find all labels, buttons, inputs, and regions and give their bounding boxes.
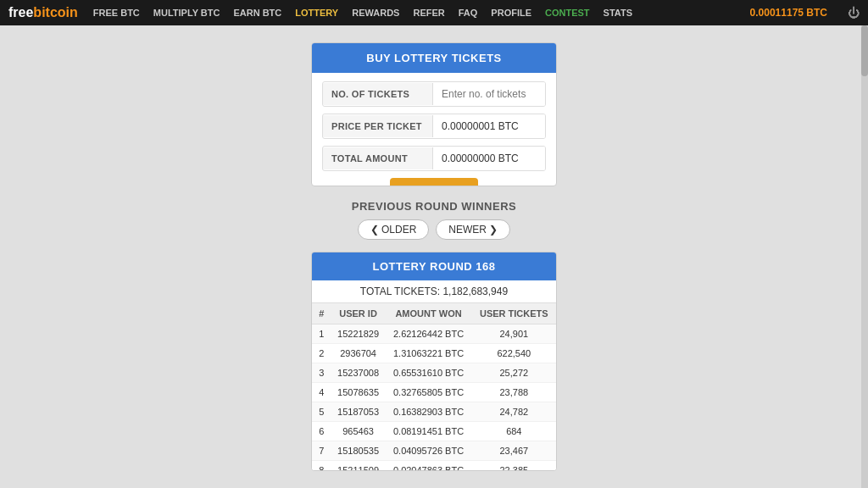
- scrollbar-thumb[interactable]: [861, 25, 868, 76]
- table-row: 8 15211509 0.02047863 BTC 22,385: [312, 460, 556, 471]
- cell-amount-won: 0.04095726 BTC: [385, 441, 471, 460]
- nav-faq[interactable]: FAQ: [459, 8, 478, 18]
- nav-free-btc[interactable]: FREE BTC: [93, 8, 140, 18]
- cell-user-tickets: 22,385: [472, 460, 556, 471]
- cell-rank: 8: [312, 460, 331, 471]
- price-per-ticket-value: 0.00000001 BTC: [433, 114, 545, 138]
- cell-rank: 1: [312, 324, 331, 343]
- total-amount-value: 0.00000000 BTC: [433, 147, 545, 170]
- nav-refer[interactable]: REFER: [413, 8, 444, 18]
- brand-logo: freebitcoin: [8, 5, 78, 20]
- cell-user-id: 2936704: [331, 343, 386, 363]
- cell-user-id: 15211509: [331, 460, 386, 471]
- total-amount-label: TOTAL AMOUNT: [323, 147, 433, 169]
- cell-rank: 4: [312, 382, 331, 402]
- cell-user-id: 965463: [331, 421, 386, 441]
- cell-amount-won: 0.65531610 BTC: [385, 363, 471, 382]
- col-amount-won: AMOUNT WON: [385, 303, 471, 324]
- cell-user-id: 15078635: [331, 382, 386, 402]
- table-row: 1 15221829 2.62126442 BTC 24,901: [312, 324, 556, 343]
- pagination: ❮ OLDER NEWER ❯: [358, 219, 511, 240]
- cell-rank: 7: [312, 441, 331, 460]
- num-tickets-input[interactable]: [433, 82, 546, 106]
- cell-user-id: 15187053: [331, 402, 386, 421]
- scrollbar[interactable]: [861, 25, 868, 488]
- cell-user-tickets: 24,901: [472, 324, 556, 343]
- total-amount-row: TOTAL AMOUNT 0.00000000 BTC: [322, 146, 546, 171]
- cell-user-id: 15221829: [331, 324, 386, 343]
- nav-profile[interactable]: PROFILE: [491, 8, 531, 18]
- nav-rewards[interactable]: REWARDS: [352, 8, 399, 18]
- table-row: 2 2936704 1.31063221 BTC 622,540: [312, 343, 556, 363]
- cell-user-id: 15180535: [331, 441, 386, 460]
- cell-amount-won: 2.62126442 BTC: [385, 324, 471, 343]
- table-row: 5 15187053 0.16382903 BTC 24,782: [312, 402, 556, 421]
- col-user-tickets: USER TICKETS: [472, 303, 556, 324]
- total-tickets-subheader: TOTAL TICKETS: 1,182,683,949: [312, 280, 556, 303]
- nav-lottery[interactable]: LOTTERY: [295, 8, 338, 18]
- lottery-round-header: LOTTERY ROUND 168: [312, 252, 556, 280]
- table-row: 3 15237008 0.65531610 BTC 25,272: [312, 363, 556, 382]
- price-per-ticket-row: PRICE PER TICKET 0.00000001 BTC: [322, 114, 546, 139]
- cell-user-tickets: 684: [472, 421, 556, 441]
- nav-stats[interactable]: STATS: [604, 8, 632, 18]
- buy-lottery-header: BUY LOTTERY TICKETS: [312, 43, 556, 73]
- cell-rank: 5: [312, 402, 331, 421]
- previous-round-title: PREVIOUS ROUND WINNERS: [352, 200, 516, 213]
- nav-contest[interactable]: CONTEST: [545, 8, 590, 18]
- col-user-id: USER ID: [331, 303, 386, 324]
- lottery-data-table: # USER ID AMOUNT WON USER TICKETS 1 1522…: [312, 303, 556, 471]
- nav-multiply-btc[interactable]: MULTIPLY BTC: [153, 8, 220, 18]
- num-tickets-row: NO. OF TICKETS: [322, 81, 546, 107]
- table-row: 7 15180535 0.04095726 BTC 23,467: [312, 441, 556, 460]
- cell-user-tickets: 622,540: [472, 343, 556, 363]
- price-per-ticket-label: PRICE PER TICKET: [323, 115, 433, 137]
- power-icon[interactable]: ⏻: [848, 6, 860, 19]
- brand-bitcoin: bitcoin: [33, 5, 77, 19]
- main-content: BUY LOTTERY TICKETS NO. OF TICKETS PRICE…: [0, 25, 868, 488]
- cell-rank: 3: [312, 363, 331, 382]
- nav-links: FREE BTC MULTIPLY BTC EARN BTC LOTTERY R…: [93, 6, 860, 19]
- navbar: freebitcoin FREE BTC MULTIPLY BTC EARN B…: [0, 0, 868, 25]
- table-row: 4 15078635 0.32765805 BTC 23,788: [312, 382, 556, 402]
- cell-amount-won: 1.31063221 BTC: [385, 343, 471, 363]
- col-rank: #: [312, 303, 331, 324]
- cell-amount-won: 0.02047863 BTC: [385, 460, 471, 471]
- table-header-row: # USER ID AMOUNT WON USER TICKETS: [312, 303, 556, 324]
- cell-user-tickets: 23,467: [472, 441, 556, 460]
- buy-button[interactable]: BUY: [390, 178, 479, 186]
- buy-lottery-body: NO. OF TICKETS PRICE PER TICKET 0.000000…: [312, 73, 556, 186]
- cell-amount-won: 0.08191451 BTC: [385, 421, 471, 441]
- table-row: 6 965463 0.08191451 BTC 684: [312, 421, 556, 441]
- lottery-table-card: LOTTERY ROUND 168 TOTAL TICKETS: 1,182,6…: [311, 252, 557, 471]
- newer-button[interactable]: NEWER ❯: [436, 219, 510, 240]
- cell-rank: 2: [312, 343, 331, 363]
- cell-user-tickets: 24,782: [472, 402, 556, 421]
- older-button[interactable]: ❮ OLDER: [358, 219, 430, 240]
- num-tickets-label: NO. OF TICKETS: [323, 83, 433, 105]
- nav-earn-btc[interactable]: EARN BTC: [233, 8, 281, 18]
- nav-balance: 0.00011175 BTC: [750, 7, 827, 19]
- buy-lottery-card: BUY LOTTERY TICKETS NO. OF TICKETS PRICE…: [311, 42, 557, 186]
- cell-amount-won: 0.32765805 BTC: [385, 382, 471, 402]
- cell-user-id: 15237008: [331, 363, 386, 382]
- cell-user-tickets: 23,788: [472, 382, 556, 402]
- brand-free: free: [8, 5, 33, 19]
- cell-user-tickets: 25,272: [472, 363, 556, 382]
- cell-amount-won: 0.16382903 BTC: [385, 402, 471, 421]
- cell-rank: 6: [312, 421, 331, 441]
